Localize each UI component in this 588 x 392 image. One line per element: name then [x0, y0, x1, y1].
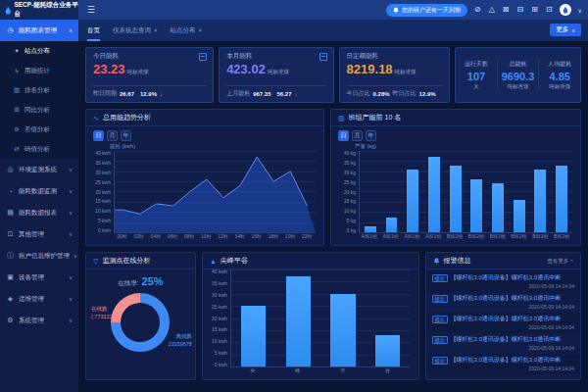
panel-team-output-rank: ▥ 班组产能前 10 名 日月年产量 (kg)40 kg35 kg30 kg25…: [330, 109, 581, 246]
alarm-row[interactable]: 提示【螺杆机3.0通讯设备】螺杆机3.0通讯中断2020-05-09 14:14…: [426, 313, 580, 333]
range-chip-1[interactable]: 月: [107, 130, 118, 141]
stat-card-month-energy: 本月能耗 423.02吨标准煤 上月能耗967.35 56.27 ↓: [219, 47, 333, 103]
sidebar-item-label: 运维管理: [19, 295, 44, 304]
tab-2[interactable]: 站点分布×: [171, 20, 203, 41]
sidebar-subitem-5[interactable]: ⇄码值分析: [0, 139, 78, 159]
sidebar-item-8[interactable]: ⚙系统管理∨: [0, 310, 78, 331]
y-tick: 25 kwh: [209, 305, 227, 310]
stat-unit: 吨标准煤: [395, 69, 416, 74]
alarm-row[interactable]: 提示【螺杆机3.0通讯设备】螺杆机3.0通讯中断2020-05-09 14:14…: [426, 292, 580, 313]
copy-icon[interactable]: ⊞: [531, 6, 538, 14]
alarm-row[interactable]: 提示【螺杆机3.0通讯设备】螺杆机3.0通讯中断2020-05-09 14:14…: [426, 333, 580, 354]
app-title: SECP-能耗综合业务平台: [14, 1, 78, 19]
y-tick: 15 kwh: [92, 199, 111, 204]
bar: [556, 166, 567, 232]
tab-1[interactable]: 仪表状态查询×: [113, 20, 158, 41]
user-menu-chevron-icon[interactable]: ∨: [578, 7, 582, 14]
bar: [514, 200, 525, 232]
tab-close-icon[interactable]: ×: [154, 27, 158, 33]
alarm-row[interactable]: 提示【螺杆机3.0通讯设备】螺杆机3.0通讯中断2020-05-09 14:14…: [426, 354, 580, 374]
tenant-expiry-notice[interactable]: 您的租户还有一天到期: [386, 4, 467, 17]
stat-value: 8219.18吨标准煤: [347, 62, 443, 76]
stat-card-today-energy: 今日能耗 23.23吨标准煤 昨日同期26.67 12.9% ↓: [85, 47, 214, 103]
x-tick: 14时: [231, 233, 248, 242]
chevron-down-icon: ∨: [69, 188, 73, 194]
offline-count-label: 离线数 23159678: [168, 332, 191, 349]
tab-label: 首页: [87, 26, 100, 35]
bar-slot: [423, 151, 445, 232]
x-tick: 00时: [114, 233, 130, 242]
y-tick: 30 kg: [337, 171, 356, 175]
tab-close-icon[interactable]: ×: [199, 27, 203, 33]
sidebar-subitem-2[interactable]: ▥排名分析: [0, 80, 78, 100]
range-chip-0[interactable]: 日: [93, 130, 104, 141]
rank-bar-chart: 日月年产量 (kg)40 kg35 kg30 kg25 kg20 kg15 kg…: [331, 126, 580, 245]
bar: [470, 179, 482, 232]
sidebar-item-label: 环境监测系统: [19, 166, 57, 174]
summary-card: 运行天数 107 天 总能耗 9690.3 吨标准煤 人均能耗 4.85 吨标准…: [455, 47, 581, 103]
stat-footer: 昨日同期26.67 12.9% ↓: [93, 85, 206, 98]
calendar-icon[interactable]: [319, 53, 327, 61]
bar: [534, 170, 546, 232]
bar-chart-icon: ▥: [13, 86, 21, 94]
trend-down-icon: ↓: [160, 91, 163, 97]
alarm-row[interactable]: 提示【螺杆机3.0通讯设备】螺杆机3.0通讯中断2020-05-09 14:14…: [426, 271, 580, 292]
header-icon-group: ⊘△⊠⊟⊞⊡: [474, 6, 553, 14]
alarm-line: 提示【螺杆机3.0通讯设备】螺杆机3.0通讯中断: [432, 356, 574, 365]
sidebar-subitem-4[interactable]: ⊖差值分析: [0, 120, 78, 139]
stat-title: 今日能耗: [93, 52, 206, 61]
calendar-icon[interactable]: [199, 53, 207, 61]
x-tick: 02时: [130, 233, 147, 242]
sidebar-subitem-0[interactable]: ⌖站点分布: [0, 41, 78, 61]
sidebar-subitem-1[interactable]: ϟ用能统计: [0, 61, 78, 80]
x-tick: 平: [320, 368, 366, 376]
sidebar-item-5[interactable]: ⓘ租户信息维护管理∨: [0, 245, 78, 267]
flame-avatar-icon: [563, 6, 568, 14]
y-axis: 40 kwh35 kwh30 kwh25 kwh20 kwh15 kwh10 k…: [92, 151, 114, 233]
range-chip-1[interactable]: 月: [352, 130, 363, 141]
sidebar-item-7[interactable]: ◈运维管理∨: [0, 288, 78, 310]
alert-triangle-icon[interactable]: △: [489, 6, 495, 14]
y-tick: 30 kwh: [92, 171, 111, 175]
fullscreen-icon[interactable]: ⊡: [546, 6, 553, 14]
app-root: SECP-能耗综合业务平台 ☰ 您的租户还有一天到期 ⊘△⊠⊟⊞⊡ ∨ ◷能耗图…: [0, 0, 588, 392]
tab-0[interactable]: 首页: [87, 20, 100, 41]
sidebar-item-4[interactable]: ⊡其他管理∨: [0, 223, 78, 245]
sidebar-item-3[interactable]: ▤能耗数据报表∨: [0, 202, 78, 223]
avatar[interactable]: [560, 4, 571, 16]
stat-title: 本月能耗: [226, 52, 325, 61]
y-tick: 35 kwh: [92, 161, 111, 166]
badge-icon[interactable]: ⊟: [516, 6, 523, 14]
more-button[interactable]: 更多∨: [550, 24, 581, 36]
trend-chart: 日月年能耗 (kwh)40 kwh35 kwh30 kwh25 kwh20 kw…: [86, 126, 323, 245]
sidebar-subitem-3[interactable]: ⊞同比分析: [0, 100, 78, 120]
shield-icon[interactable]: ⊘: [474, 6, 481, 14]
sidebar-item-2[interactable]: ◔能耗数据监测∨: [0, 180, 78, 202]
y-axis-label: 产量 (kg): [355, 143, 572, 150]
view-more-link[interactable]: 查看更多 >: [547, 258, 573, 265]
range-chip-0[interactable]: 日: [338, 130, 349, 141]
chevron-down-icon: ∨: [69, 318, 73, 323]
sidebar-item-6[interactable]: ▣设备管理∨: [0, 267, 78, 288]
swap-icon: ⇄: [13, 145, 21, 153]
chevron-down-icon: ∨: [571, 27, 575, 33]
device-icon: ▣: [6, 273, 15, 281]
panel-header: ▽ 监测点在线分析: [86, 253, 195, 270]
y-tick: 35 kg: [337, 161, 356, 166]
compare-icon: ⊞: [13, 106, 21, 114]
app-header: SECP-能耗综合业务平台 ☰ 您的租户还有一天到期 ⊘△⊠⊟⊞⊡ ∨: [0, 0, 588, 20]
summary-total-energy: 总能耗 9690.3 吨标准煤: [497, 60, 539, 90]
range-chip-2[interactable]: 年: [366, 130, 376, 141]
range-chip-2[interactable]: 年: [121, 130, 131, 141]
menu-toggle-icon[interactable]: ☰: [87, 5, 95, 15]
alarm-bell-icon: [433, 258, 440, 265]
x-tick: 22时: [299, 233, 316, 242]
x-tick: 06时: [164, 233, 180, 242]
sidebar-submenu: ⌖站点分布ϟ用能统计▥排名分析⊞同比分析⊖差值分析⇄码值分析: [0, 41, 78, 159]
sidebar-item-1[interactable]: ◎环境监测系统∨: [0, 159, 78, 180]
sidebar-item-0[interactable]: ◷能耗图表管理∧: [0, 20, 78, 41]
sidebar-item-label: 系统管理: [19, 317, 44, 325]
alarm-tag: 提示: [432, 274, 448, 282]
lock-icon[interactable]: ⊠: [503, 6, 510, 14]
sidebar-subitem-label: 同比分析: [24, 106, 50, 115]
